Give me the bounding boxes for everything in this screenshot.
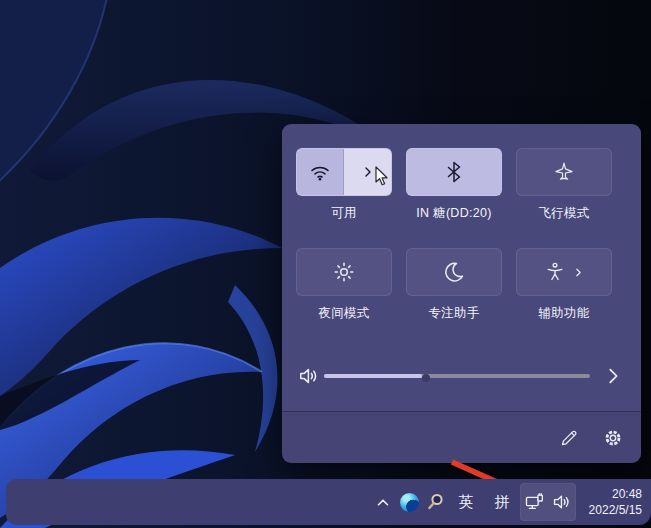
quick-settings-footer xyxy=(282,411,641,463)
wifi-label: 可用 xyxy=(296,205,392,221)
chevron-right-icon xyxy=(572,266,585,279)
night-mode-label: 夜间模式 xyxy=(296,305,392,321)
airplane-icon xyxy=(553,161,575,183)
volume-slider[interactable] xyxy=(324,368,590,384)
wifi-toggle[interactable] xyxy=(297,149,344,195)
ime-pinyin-indicator[interactable]: 拼 xyxy=(484,483,520,521)
moon-icon xyxy=(442,260,466,284)
hidden-icons-button[interactable] xyxy=(370,483,396,521)
tile-accessibility: 辅助功能 xyxy=(516,248,612,321)
volume-thumb[interactable] xyxy=(422,374,430,382)
volume-fill xyxy=(324,374,422,378)
tile-bluetooth: IN 糖(DD:20) xyxy=(406,148,502,221)
tile-night-mode: 夜间模式 xyxy=(296,248,392,321)
taskbar: 英 拼 20:48 2022/5/15 xyxy=(6,479,651,525)
volume-expand-chevron-icon[interactable] xyxy=(602,365,624,387)
quick-settings-panel: 可用 IN 糖(DD:20) 飞行模式 xyxy=(282,124,641,463)
wired-network-icon xyxy=(524,492,545,513)
gear-icon xyxy=(607,432,619,444)
tile-airplane: 飞行模式 xyxy=(516,148,612,221)
bluetooth-label: IN 糖(DD:20) xyxy=(406,205,502,221)
magnifier-tray-button[interactable] xyxy=(422,483,448,521)
volume-row xyxy=(282,358,641,394)
chevron-up-icon xyxy=(374,493,392,511)
tile-focus-assist: 专注助手 xyxy=(406,248,502,321)
magnifier-icon xyxy=(424,491,446,513)
bluetooth-button[interactable] xyxy=(406,148,502,196)
accessibility-button[interactable] xyxy=(516,248,612,296)
bluetooth-icon xyxy=(442,160,466,184)
night-mode-button[interactable] xyxy=(296,248,392,296)
accessibility-label: 辅助功能 xyxy=(516,305,612,321)
chevron-right-icon xyxy=(360,164,376,180)
quick-settings-tray-button[interactable] xyxy=(520,483,576,521)
ime-pinyin-label: 拼 xyxy=(495,493,510,512)
ime-english-label: 英 xyxy=(459,493,474,512)
desktop-screen: 可用 IN 糖(DD:20) 飞行模式 xyxy=(0,0,651,528)
pencil-icon xyxy=(563,431,576,444)
speaker-icon xyxy=(552,492,572,512)
clock-date: 2022/5/15 xyxy=(589,502,642,518)
edit-quick-settings-button[interactable] xyxy=(559,428,579,448)
edge-icon xyxy=(400,493,419,512)
edge-browser-button[interactable] xyxy=(396,483,422,521)
settings-button[interactable] xyxy=(603,428,623,448)
wifi-icon xyxy=(308,160,332,184)
focus-assist-button[interactable] xyxy=(406,248,502,296)
tile-wifi: 可用 xyxy=(296,148,392,221)
speaker-icon[interactable] xyxy=(298,365,320,387)
wifi-expand-button[interactable] xyxy=(344,149,391,195)
accessibility-icon xyxy=(544,261,566,283)
wifi-button[interactable] xyxy=(296,148,392,196)
ime-english-indicator[interactable]: 英 xyxy=(448,483,484,521)
clock-time: 20:48 xyxy=(612,486,642,502)
taskbar-clock[interactable]: 20:48 2022/5/15 xyxy=(576,483,646,521)
focus-assist-label: 专注助手 xyxy=(406,305,502,321)
sun-icon xyxy=(332,260,356,284)
airplane-mode-button[interactable] xyxy=(516,148,612,196)
airplane-label: 飞行模式 xyxy=(516,205,612,221)
